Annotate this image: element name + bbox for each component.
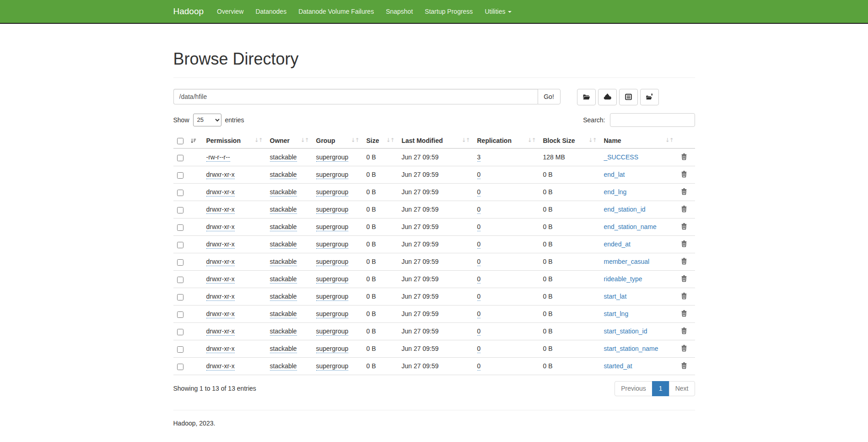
row-checkbox[interactable] xyxy=(177,190,183,196)
file-name-link[interactable]: start_station_name xyxy=(604,345,658,352)
owner-value[interactable]: stackable xyxy=(270,327,297,336)
column-header-owner[interactable]: Owner↓↑ xyxy=(266,133,313,148)
group-value[interactable]: supergroup xyxy=(316,223,349,231)
column-header-size[interactable]: Size↓↑ xyxy=(363,133,398,148)
group-value[interactable]: supergroup xyxy=(316,362,349,371)
replication-value[interactable]: 0 xyxy=(477,293,481,301)
file-name-link[interactable]: start_lat xyxy=(604,293,627,300)
permission-value[interactable]: drwxr-xr-x xyxy=(206,345,235,353)
permission-value[interactable]: drwxr-xr-x xyxy=(206,240,235,249)
file-name-link[interactable]: _SUCCESS xyxy=(604,153,638,161)
permission-value[interactable]: drwxr-xr-x xyxy=(206,188,235,196)
replication-value[interactable]: 0 xyxy=(477,258,481,266)
permission-value[interactable]: drwxr-xr-x xyxy=(206,362,235,371)
column-header-group[interactable]: Group↓↑ xyxy=(313,133,363,148)
delete-button[interactable] xyxy=(681,275,687,282)
delete-button[interactable] xyxy=(681,344,687,352)
file-name-link[interactable]: rideable_type xyxy=(604,275,642,283)
pagination-page-1-button[interactable]: 1 xyxy=(652,381,669,396)
owner-value[interactable]: stackable xyxy=(270,345,297,353)
group-value[interactable]: supergroup xyxy=(316,188,349,196)
group-value[interactable]: supergroup xyxy=(316,240,349,249)
row-checkbox[interactable] xyxy=(177,311,183,318)
owner-value[interactable]: stackable xyxy=(270,362,297,371)
search-input[interactable] xyxy=(610,113,695,127)
nav-item-snapshot[interactable]: Snapshot xyxy=(380,0,419,22)
delete-button[interactable] xyxy=(681,310,687,317)
delete-button[interactable] xyxy=(681,362,687,369)
file-name-link[interactable]: start_station_id xyxy=(604,327,647,335)
permission-value[interactable]: drwxr-xr-x xyxy=(206,223,235,231)
column-header-block-size[interactable]: Block Size↓↑ xyxy=(539,133,600,148)
replication-value[interactable]: 0 xyxy=(477,345,481,353)
group-value[interactable]: supergroup xyxy=(316,310,349,318)
owner-value[interactable]: stackable xyxy=(270,171,297,179)
row-checkbox[interactable] xyxy=(177,172,183,179)
delete-button[interactable] xyxy=(681,188,687,195)
owner-value[interactable]: stackable xyxy=(270,258,297,266)
owner-value[interactable]: stackable xyxy=(270,293,297,301)
file-name-link[interactable]: member_casual xyxy=(604,258,650,265)
replication-value[interactable]: 0 xyxy=(477,206,481,214)
row-checkbox[interactable] xyxy=(177,329,183,335)
file-name-link[interactable]: end_station_id xyxy=(604,206,646,213)
owner-value[interactable]: stackable xyxy=(270,188,297,196)
row-checkbox[interactable] xyxy=(177,242,183,248)
group-value[interactable]: supergroup xyxy=(316,293,349,301)
row-checkbox[interactable] xyxy=(177,259,183,266)
column-header-permission[interactable]: Permission↓↑ xyxy=(203,133,266,148)
permission-value[interactable]: drwxr-xr-x xyxy=(206,293,235,301)
upload-files-button[interactable] xyxy=(598,89,617,105)
row-checkbox[interactable] xyxy=(177,294,183,300)
delete-button[interactable] xyxy=(681,240,687,247)
column-header-last-modified[interactable]: Last Modified↓↑ xyxy=(398,133,474,148)
column-header-name[interactable]: Name↓↑ xyxy=(600,133,677,148)
pagination-next-button[interactable]: Next xyxy=(669,381,695,396)
owner-value[interactable]: stackable xyxy=(270,240,297,249)
owner-value[interactable]: stackable xyxy=(270,206,297,214)
nav-item-datanodes[interactable]: Datanodes xyxy=(249,0,292,22)
permission-value[interactable]: drwxr-xr-x xyxy=(206,258,235,266)
row-checkbox[interactable] xyxy=(177,346,183,353)
permission-value[interactable]: drwxr-xr-x xyxy=(206,275,235,284)
delete-button[interactable] xyxy=(681,257,687,265)
nav-item-overview[interactable]: Overview xyxy=(211,0,249,22)
permission-value[interactable]: drwxr-xr-x xyxy=(206,171,235,179)
permission-value[interactable]: drwxr-xr-x xyxy=(206,310,235,318)
delete-button[interactable] xyxy=(681,327,687,334)
replication-value[interactable]: 3 xyxy=(477,153,481,162)
group-value[interactable]: supergroup xyxy=(316,275,349,284)
nav-item-datanode-volume-failures[interactable]: Datanode Volume Failures xyxy=(292,0,380,22)
delete-button[interactable] xyxy=(681,205,687,213)
pagination-previous-button[interactable]: Previous xyxy=(615,381,652,396)
replication-value[interactable]: 0 xyxy=(477,310,481,318)
file-name-link[interactable]: start_lng xyxy=(604,310,629,317)
permission-value[interactable]: -rw-r--r-- xyxy=(206,153,230,162)
create-directory-button[interactable] xyxy=(577,89,596,105)
replication-value[interactable]: 0 xyxy=(477,240,481,249)
group-value[interactable]: supergroup xyxy=(316,258,349,266)
select-all-checkbox[interactable] xyxy=(177,138,183,144)
file-name-link[interactable]: ended_at xyxy=(604,240,631,248)
nav-item-startup-progress[interactable]: Startup Progress xyxy=(419,0,479,22)
delete-button[interactable] xyxy=(681,170,687,178)
replication-value[interactable]: 0 xyxy=(477,171,481,179)
nav-item-utilities-dropdown[interactable]: Utilities xyxy=(479,0,517,22)
brand-link[interactable]: Hadoop xyxy=(173,6,204,16)
group-value[interactable]: supergroup xyxy=(316,153,349,162)
file-name-link[interactable]: started_at xyxy=(604,362,632,370)
owner-value[interactable]: stackable xyxy=(270,153,297,162)
replication-value[interactable]: 0 xyxy=(477,275,481,284)
row-checkbox[interactable] xyxy=(177,155,183,161)
permission-value[interactable]: drwxr-xr-x xyxy=(206,206,235,214)
replication-value[interactable]: 0 xyxy=(477,327,481,336)
paste-button[interactable] xyxy=(619,89,638,105)
delete-button[interactable] xyxy=(681,153,687,160)
permission-value[interactable]: drwxr-xr-x xyxy=(206,327,235,336)
go-button[interactable]: Go! xyxy=(538,89,561,104)
row-checkbox[interactable] xyxy=(177,277,183,283)
replication-value[interactable]: 0 xyxy=(477,188,481,196)
delete-button[interactable] xyxy=(681,223,687,230)
entries-per-page-select[interactable]: 25 xyxy=(193,114,221,126)
group-value[interactable]: supergroup xyxy=(316,327,349,336)
